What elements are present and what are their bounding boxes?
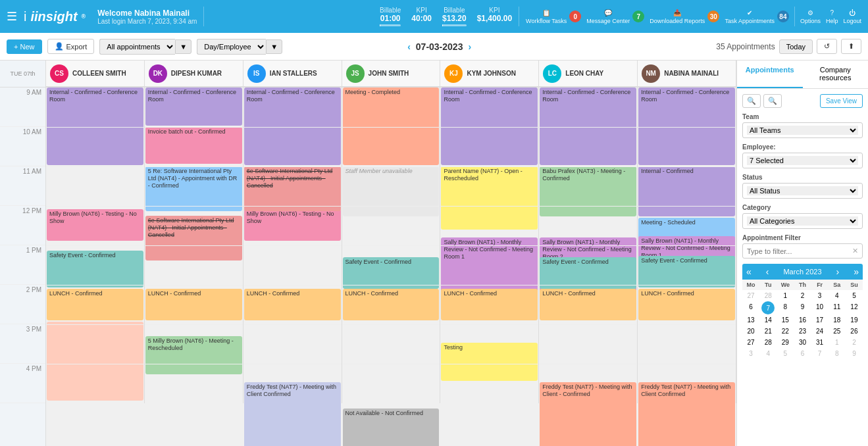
view-select[interactable]: Day/Employee [197,39,266,55]
mini-cal-day[interactable]: 14 [759,314,777,326]
message-center-button[interactable]: 💬 Message Center [586,9,630,24]
team-select[interactable]: All Teams [742,122,863,138]
refresh-button[interactable]: ↺ [817,39,837,54]
appt-kym-4[interactable]: LUNCH - Confirmed [441,289,538,320]
workflow-tasks-button[interactable]: 📋 Workflow Tasks [526,9,567,24]
appt-dipesh-4[interactable]: 6e Software International Pty Ltd (NAT4)… [145,216,242,260]
appt-colleen-5[interactable] [47,322,143,401]
mini-cal-day[interactable]: 18 [829,314,846,326]
save-view-button[interactable]: Save View [820,94,863,108]
hamburger-icon[interactable]: ☰ [7,9,17,24]
mini-cal-day[interactable]: 19 [846,314,863,326]
mini-cal-day[interactable]: 5 [846,290,863,301]
mini-cal-today[interactable]: 7 [761,301,775,314]
mini-cal-day[interactable]: 1 [829,337,846,348]
search-button-2[interactable]: 🔍 [763,94,782,108]
reports-button[interactable]: 📥 Downloaded Reports [650,9,705,24]
appt-colleen-2[interactable]: Milly Brown (NAT6) - Testing - No Show [47,209,143,241]
tasks-group[interactable]: ✔ Task Appointments 84 [725,9,789,24]
appt-nabina-6[interactable]: LUNCH - Confirmed [638,289,735,320]
mini-cal-day[interactable]: 9 [794,301,811,314]
mini-cal-day[interactable]: 31 [811,337,829,348]
mini-cal-day[interactable]: 5 [777,348,794,359]
appt-john-2[interactable]: Safety Event - Confirmed [343,257,440,289]
category-select[interactable]: All Categories [742,213,863,229]
view-dropdown-btn[interactable]: ▼ [266,39,282,54]
mini-cal-day[interactable]: 29 [777,337,794,348]
view-filter[interactable]: Day/Employee ▼ [197,39,282,55]
appt-ian-2[interactable]: Milly Brown (NAT6) - Testing - No Show [244,209,341,241]
mini-cal-day[interactable]: 11 [829,301,846,314]
status-dropdown[interactable]: All Status [747,186,858,195]
appt-leon-1[interactable]: Internal - Confirmed - Conference Room [540,87,636,165]
mini-cal-day[interactable]: 28 [759,337,777,348]
appt-dipesh-3[interactable]: 5 Re: Software International Pty Ltd (NA… [145,166,242,211]
tab-appointments[interactable]: Appointments [737,61,803,88]
appt-kym-5[interactable]: Testing [441,343,538,381]
mini-cal-day[interactable]: 6 [742,301,759,314]
mini-cal-next-next[interactable]: » [854,266,859,277]
mini-cal-day[interactable]: 3 [742,348,759,359]
mini-cal-day[interactable]: 24 [811,326,829,337]
today-button[interactable]: Today [779,39,813,54]
appt-colleen-4[interactable]: LUNCH - Confirmed [47,289,143,320]
mini-cal-day[interactable]: 17 [811,314,829,326]
mini-cal-day[interactable]: 4 [829,290,846,301]
logout-button[interactable]: ⏻ Logout [843,9,861,24]
appt-ian-5[interactable]: Freddy Test (NAT7) - Meeting with Client… [244,382,341,446]
help-button[interactable]: ? Help [826,9,838,24]
appt-john-3[interactable]: LUNCH - Confirmed [343,289,440,320]
appt-leon-5[interactable]: LUNCH - Confirmed [540,289,636,320]
appt-nabina-2[interactable]: Internal - Confirmed [638,166,735,216]
mini-cal-day[interactable]: 22 [777,326,794,337]
appointments-select[interactable]: All appointments [99,39,175,55]
mini-cal-day[interactable]: 6 [794,348,811,359]
mini-cal-day[interactable]: 2 [794,290,811,301]
mini-cal-day[interactable]: 8 [829,348,846,359]
appointments-dropdown-btn[interactable]: ▼ [175,39,191,54]
appt-leon-4[interactable]: Safety Event - Confirmed [540,257,636,289]
status-select[interactable]: All Status [742,183,863,199]
appt-leon-2[interactable]: Babu Prafex (NAT3) - Meeting - Confirmed [540,166,636,216]
mini-cal-day[interactable]: 2 [846,337,863,348]
clear-filter-icon[interactable]: ✕ [852,247,858,255]
appt-john-4[interactable]: Not Available - Not Confirmed [343,409,440,446]
appt-kym-1[interactable]: Internal - Confirmed - Conference Room [441,87,538,165]
options-button[interactable]: ⚙ Options [800,9,821,24]
appt-nabina-7[interactable]: Freddy Test (NAT7) - Meeting with Client… [638,382,735,446]
appt-filter-input[interactable] [747,247,852,255]
mini-cal-day[interactable]: 25 [829,326,846,337]
mini-cal-day[interactable]: 15 [777,314,794,326]
prev-date-button[interactable]: ‹ [407,41,411,52]
mini-cal-day[interactable]: 12 [846,301,863,314]
appt-ian-4[interactable]: LUNCH - Confirmed [244,289,341,320]
mini-cal-day[interactable]: 28 [759,290,777,301]
appt-nabina-5[interactable]: Safety Event - Confirmed [638,256,735,287]
next-date-button[interactable]: › [468,41,471,52]
workflow-group[interactable]: 📋 Workflow Tasks 0 [526,9,581,24]
share-button[interactable]: ⬆ [841,39,861,54]
mini-cal-prev[interactable]: ‹ [766,266,769,277]
mini-cal-day[interactable]: 13 [742,314,759,326]
export-button[interactable]: 👤 Export [47,39,95,54]
appt-ian-1[interactable]: Internal - Confirmed - Conference Room [244,87,341,165]
tab-company-resources[interactable]: Company resources [803,61,869,88]
mini-cal-day[interactable]: 1 [777,290,794,301]
mini-cal-next[interactable]: › [836,266,840,277]
mini-cal-day[interactable]: 3 [811,290,829,301]
mini-cal-day[interactable]: 16 [794,314,811,326]
appt-dipesh-5[interactable]: LUNCH - Confirmed [145,289,242,320]
appt-nabina-1[interactable]: Internal - Confirmed - Conference Room [638,87,735,165]
mini-cal-day[interactable]: 20 [742,326,759,337]
reports-group[interactable]: 📥 Downloaded Reports 30 [650,9,719,24]
appt-ian-3[interactable]: 6e Software International Pty Ltd (NAT4)… [244,166,341,211]
mini-cal-day[interactable]: 26 [846,326,863,337]
appt-dipesh-2[interactable]: Invoice batch out - Confirmed [145,127,242,164]
category-dropdown[interactable]: All Categories [747,216,858,226]
appt-colleen-3[interactable]: Safety Event - Confirmed [47,251,143,287]
mini-cal-day[interactable]: 10 [811,301,829,314]
employee-select[interactable]: 7 Selected [742,153,863,168]
appt-dipesh-6[interactable]: 5 Milly Brown (NAT6) - Meeting - Resched… [145,336,242,374]
appt-colleen-1[interactable]: Internal - Confirmed - Conference Room [47,87,143,165]
message-group[interactable]: 💬 Message Center 7 [586,9,644,24]
